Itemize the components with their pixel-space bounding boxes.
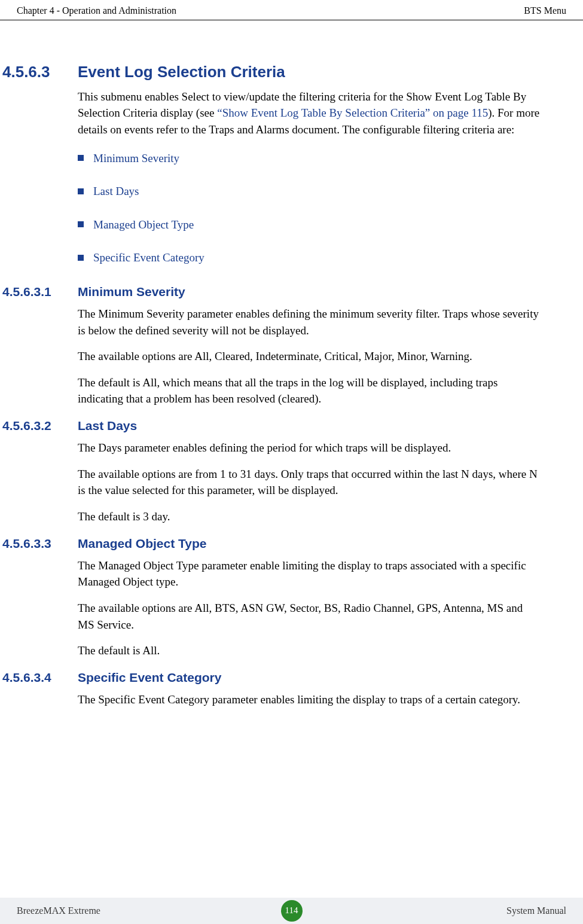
body-paragraph: The available options are All, Cleared, … [78,348,541,365]
heading-number: 4.5.6.3.1 [0,283,78,301]
bullet-icon [78,221,84,227]
heading-title: Event Log Selection Criteria [78,61,285,84]
body-paragraph: The Managed Object Type parameter enable… [78,557,541,590]
page-number-badge: 114 [281,900,303,922]
heading-last-days: 4.5.6.3.2 Last Days [0,417,541,435]
page-footer: BreezeMAX Extreme 114 System Manual [0,898,583,924]
heading-number: 4.5.6.3 [0,61,78,84]
page-content: 4.5.6.3 Event Log Selection Criteria Thi… [0,20,583,708]
bullet-text: Managed Object Type [93,216,194,233]
heading-title: Specific Event Category [78,669,221,687]
page-header: Chapter 4 - Operation and Administration… [0,0,583,20]
criteria-list: Minimum Severity Last Days Managed Objec… [78,150,541,266]
heading-minimum-severity: 4.5.6.3.1 Minimum Severity [0,283,541,301]
list-item: Specific Event Category [78,249,541,266]
bullet-text: Last Days [93,183,139,200]
body-paragraph: The available options are from 1 to 31 d… [78,466,541,499]
heading-managed-object-type: 4.5.6.3.3 Managed Object Type [0,535,541,553]
body-paragraph: The default is 3 day. [78,508,541,525]
heading-title: Last Days [78,417,137,435]
footer-left: BreezeMAX Extreme [17,904,100,917]
list-item: Minimum Severity [78,150,541,167]
bullet-text: Specific Event Category [93,249,204,266]
bullet-text: Minimum Severity [93,150,179,167]
heading-title: Minimum Severity [78,283,185,301]
body-paragraph: The Specific Event Category parameter en… [78,691,541,708]
heading-number: 4.5.6.3.2 [0,417,78,435]
body-paragraph: The default is All, which means that all… [78,374,541,407]
menu-title: BTS Menu [524,4,566,17]
intro-paragraph: This submenu enables Select to view/upda… [78,89,541,138]
list-item: Last Days [78,183,541,200]
body-paragraph: The Days parameter enables defining the … [78,440,541,456]
heading-event-log-selection-criteria: 4.5.6.3 Event Log Selection Criteria [0,50,541,84]
cross-reference-link[interactable]: “Show Event Log Table By Selection Crite… [217,106,488,119]
bullet-icon [78,188,84,194]
body-paragraph: The Minimum Severity parameter enables d… [78,306,541,339]
list-item: Managed Object Type [78,216,541,233]
heading-number: 4.5.6.3.3 [0,535,78,553]
heading-number: 4.5.6.3.4 [0,669,78,687]
heading-title: Managed Object Type [78,535,207,553]
footer-right: System Manual [506,904,566,917]
chapter-title: Chapter 4 - Operation and Administration [17,4,176,17]
bullet-icon [78,155,84,161]
heading-specific-event-category: 4.5.6.3.4 Specific Event Category [0,669,541,687]
body-paragraph: The default is All. [78,642,541,659]
body-paragraph: The available options are All, BTS, ASN … [78,600,541,633]
bullet-icon [78,255,84,261]
